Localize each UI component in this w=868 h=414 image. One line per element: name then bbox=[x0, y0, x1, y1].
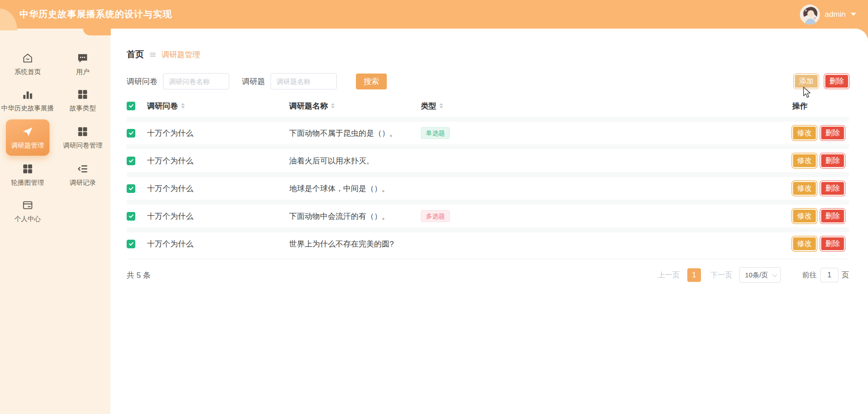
list-icon bbox=[77, 163, 89, 175]
header-corner-decoration bbox=[0, 9, 17, 30]
home-icon bbox=[22, 52, 34, 64]
page-size-select[interactable]: 10条/页 bbox=[739, 267, 781, 283]
row-separator bbox=[127, 227, 849, 232]
breadcrumb: 首页 调研题管理 bbox=[127, 49, 849, 60]
next-page-button[interactable]: 下一页 bbox=[710, 271, 732, 280]
sidebar-menu: 系统首页 用户 中华历史故事展播 故事类型 调研题管理 bbox=[0, 29, 110, 229]
username: admin bbox=[825, 10, 846, 19]
goto-label: 前往 bbox=[802, 271, 817, 280]
row-separator bbox=[127, 172, 849, 177]
sidebar-item-system-home[interactable]: 系统首页 bbox=[0, 46, 55, 82]
table-row: 十万个为什么 下面动物中会流汗的有（）。 多选题 修改 删除 bbox=[127, 205, 849, 227]
prev-page-button[interactable]: 上一页 bbox=[658, 271, 680, 280]
row-edit-button[interactable]: 修改 bbox=[792, 237, 817, 251]
sidebar-item-story-display[interactable]: 中华历史故事展播 bbox=[0, 82, 55, 118]
sidebar-item-label: 个人中心 bbox=[15, 215, 41, 223]
sidebar-item-label: 中华历史故事展播 bbox=[1, 104, 54, 113]
sidebar-item-label: 调研题管理 bbox=[11, 141, 44, 150]
pagination-controls: 上一页 1 下一页 10条/页 前往 页 bbox=[658, 267, 849, 283]
row-checkbox[interactable] bbox=[127, 240, 135, 248]
user-avatar[interactable] bbox=[800, 5, 820, 25]
select-all-checkbox[interactable] bbox=[127, 102, 135, 110]
chevron-down-icon bbox=[772, 272, 777, 277]
row-edit-button[interactable]: 修改 bbox=[792, 153, 817, 168]
page-number-button[interactable]: 1 bbox=[687, 268, 701, 282]
row-checkbox[interactable] bbox=[127, 129, 135, 138]
cell-survey: 十万个为什么 bbox=[147, 128, 289, 138]
cell-survey: 十万个为什么 bbox=[147, 239, 289, 249]
row-checkbox[interactable] bbox=[127, 157, 135, 165]
search-toolbar: 调研问卷 调研题 搜索 添加 删除 bbox=[127, 73, 849, 89]
table-bottom-divider bbox=[127, 259, 849, 259]
page-size-value: 10条/页 bbox=[745, 271, 768, 280]
sidebar-item-label: 用户 bbox=[76, 68, 89, 76]
table-row: 十万个为什么 地球是个球体，中间是（）。 修改 删除 bbox=[127, 177, 849, 200]
sidebar-item-survey-records[interactable]: 调研记录 bbox=[55, 157, 111, 193]
sidebar-item-questionnaire-management[interactable]: 调研问卷管理 bbox=[55, 118, 111, 157]
row-checkbox[interactable] bbox=[127, 184, 135, 193]
row-checkbox[interactable] bbox=[127, 212, 135, 221]
question-field-label: 调研题 bbox=[242, 76, 265, 87]
table-row: 十万个为什么 油着火后可以用水扑灭。 修改 删除 bbox=[127, 149, 849, 172]
cell-survey: 十万个为什么 bbox=[147, 183, 289, 194]
row-separator bbox=[127, 200, 849, 205]
breadcrumb-separator-icon bbox=[149, 51, 157, 59]
survey-question-table: 调研问卷 调研题名称 类型 操作 十万个为什么 下面动物不属于昆虫的是（）。 单… bbox=[127, 95, 849, 259]
row-delete-button[interactable]: 删除 bbox=[820, 126, 845, 140]
card-icon bbox=[22, 199, 34, 211]
sidebar-item-label: 调研记录 bbox=[69, 178, 96, 187]
sidebar-item-story-type[interactable]: 故事类型 bbox=[55, 82, 111, 118]
sidebar-item-label: 系统首页 bbox=[15, 68, 41, 76]
grid-icon bbox=[77, 126, 89, 138]
breadcrumb-home-link[interactable]: 首页 bbox=[127, 49, 144, 60]
caret-down-icon bbox=[851, 13, 856, 16]
goto-page-input[interactable] bbox=[820, 268, 838, 282]
sort-icon[interactable] bbox=[181, 103, 185, 108]
cell-question: 下面动物不属于昆虫的是（）。 bbox=[289, 128, 421, 138]
cell-question: 地球是个球体，中间是（）。 bbox=[289, 183, 421, 194]
survey-field-label: 调研问卷 bbox=[127, 76, 158, 87]
sidebar-item-label: 调研问卷管理 bbox=[63, 141, 103, 150]
header-type: 类型 bbox=[421, 101, 436, 111]
survey-search-input[interactable] bbox=[163, 73, 229, 89]
user-menu[interactable]: admin bbox=[800, 5, 856, 25]
row-edit-button[interactable]: 修改 bbox=[792, 209, 817, 223]
app-title: 中华历史故事展播系统的设计与实现 bbox=[20, 8, 172, 20]
sidebar-item-label: 故事类型 bbox=[69, 104, 96, 113]
question-search-input[interactable] bbox=[271, 73, 337, 89]
sidebar-item-label: 轮播图管理 bbox=[11, 178, 44, 187]
sidebar: 系统首页 用户 中华历史故事展播 故事类型 调研题管理 bbox=[0, 29, 110, 414]
pagination-bar: 共 5 条 上一页 1 下一页 10条/页 前往 页 bbox=[127, 266, 849, 284]
cell-question: 油着火后可以用水扑灭。 bbox=[289, 156, 421, 166]
cell-question: 世界上为什么不存在完美的圆? bbox=[289, 239, 421, 249]
main-content: 首页 调研题管理 调研问卷 调研题 搜索 添加 删除 调研问卷 bbox=[110, 29, 868, 414]
batch-delete-button[interactable]: 删除 bbox=[824, 74, 849, 88]
sidebar-item-personal-center[interactable]: 个人中心 bbox=[0, 193, 55, 229]
row-separator bbox=[127, 144, 849, 149]
search-button[interactable]: 搜索 bbox=[356, 74, 387, 89]
table-row: 十万个为什么 下面动物不属于昆虫的是（）。 单选题 修改 删除 bbox=[127, 122, 849, 144]
cell-survey: 十万个为什么 bbox=[147, 156, 289, 166]
table-header-row: 调研问卷 调研题名称 类型 操作 bbox=[127, 95, 849, 117]
header-question: 调研题名称 bbox=[289, 101, 328, 111]
row-delete-button[interactable]: 删除 bbox=[820, 153, 845, 168]
sidebar-item-survey-question-management[interactable]: 调研题管理 bbox=[6, 119, 49, 156]
sidebar-item-carousel-management[interactable]: 轮播图管理 bbox=[0, 157, 55, 193]
breadcrumb-current: 调研题管理 bbox=[162, 49, 200, 60]
sort-icon[interactable] bbox=[331, 103, 335, 108]
row-edit-button[interactable]: 修改 bbox=[792, 181, 817, 195]
paper-plane-icon bbox=[22, 126, 34, 138]
sidebar-item-users[interactable]: 用户 bbox=[55, 46, 111, 82]
sort-icon[interactable] bbox=[439, 103, 443, 108]
bar-chart-icon bbox=[22, 89, 34, 100]
cell-question: 下面动物中会流汗的有（）。 bbox=[289, 211, 421, 222]
type-tag: 单选题 bbox=[421, 127, 450, 139]
mouse-cursor-icon bbox=[802, 86, 812, 101]
row-delete-button[interactable]: 删除 bbox=[820, 209, 845, 223]
comment-icon bbox=[77, 52, 89, 64]
row-delete-button[interactable]: 删除 bbox=[820, 237, 845, 251]
row-edit-button[interactable]: 修改 bbox=[792, 126, 817, 140]
row-delete-button[interactable]: 删除 bbox=[820, 181, 845, 195]
goto-suffix: 页 bbox=[842, 271, 849, 280]
cell-survey: 十万个为什么 bbox=[147, 211, 289, 222]
